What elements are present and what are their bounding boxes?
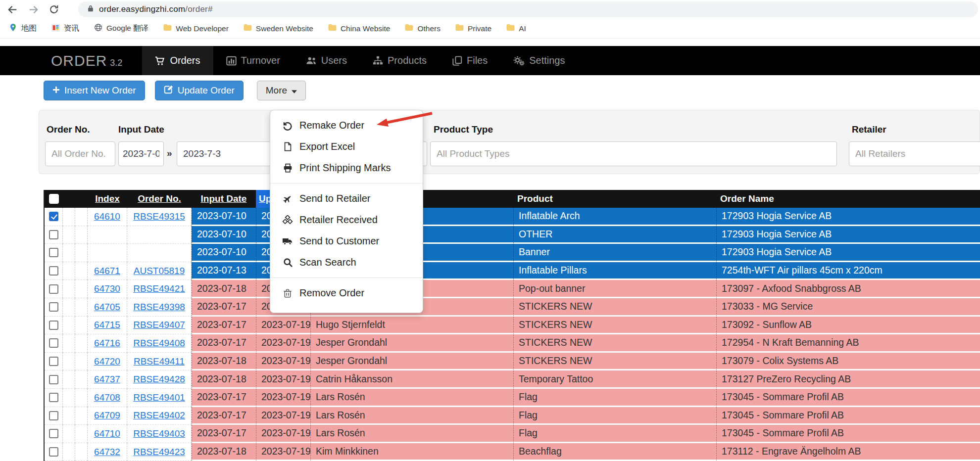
row-index-link[interactable]: 64732 [94,447,120,458]
menu-item-remove-order[interactable]: Remove Order [270,282,423,304]
row-index-link[interactable]: 64730 [94,283,120,294]
retailer-input[interactable] [849,141,980,166]
row-checkbox[interactable] [49,230,58,239]
bookmark-[interactable]: 地图 [9,23,37,34]
row-checkbox[interactable] [49,338,58,348]
row-checkbox[interactable] [49,248,58,257]
more-button[interactable]: More [257,81,306,100]
row-checkbox[interactable] [49,447,58,457]
bookmark-sweden-website[interactable]: Sweden Website [244,24,313,33]
header-order-no[interactable]: Order No. [127,190,192,208]
menu-item-send-to-retailer[interactable]: Send to Retailer [270,188,423,209]
nav-tab-files[interactable]: Files [440,46,500,75]
row-cell-empty [75,226,88,244]
row-product: Banner [513,244,716,262]
bookmark-google[interactable]: Google 翻译 [94,23,148,34]
row-user: Lars Rosén [310,407,513,425]
row-index-link[interactable]: 64737 [94,374,120,385]
input-date-to[interactable] [177,141,281,166]
row-cell-empty [63,425,75,443]
row-checkbox[interactable] [49,429,58,438]
menu-item-scan-search[interactable]: Scan Search [270,252,423,273]
row-order-no-link[interactable]: RBSE49407 [133,320,185,330]
bookmark-ai[interactable]: AI [506,24,526,33]
bookmark-[interactable]: 资讯 [51,23,79,34]
header-index[interactable]: Index [88,190,127,208]
bookmark-china-website[interactable]: China Website [328,24,391,33]
row-order-no-link[interactable]: RBSE49411 [134,356,185,367]
menu-item-label: Remove Order [299,287,364,299]
insert-new-order-button[interactable]: Insert New Order [44,81,145,100]
row-input-date: 2023-07-17 [192,317,256,335]
row-checkbox[interactable] [49,375,58,384]
row-index-link[interactable]: 64710 [94,428,120,439]
row-order-no-link[interactable]: RBSE49423 [133,447,185,458]
order-no-input[interactable] [45,141,115,166]
bookmark-others[interactable]: Others [405,24,441,33]
table-row: 2023-07-1020Banner172903 Hogia Service A… [45,244,980,262]
row-index-link[interactable]: 64708 [94,392,120,403]
row-cell-empty [63,334,75,353]
row-order-no-link[interactable]: RBSE49403 [133,428,185,439]
row-order-no-link[interactable]: RBSE49401 [133,392,185,403]
browser-window: order.easydingzhi.com/order# 地图资讯Google … [0,0,980,461]
nav-tab-settings[interactable]: Settings [500,46,578,75]
select-all-checkbox[interactable] [45,190,63,208]
input-date-label: Input Date [118,124,164,135]
row-input-date: 2023-07-13 [192,262,256,280]
row-order-no-link[interactable]: AUST05819 [134,266,185,277]
bookmark-private[interactable]: Private [455,24,491,33]
nav-tab-users[interactable]: Users [293,46,360,75]
row-order-no-link[interactable]: RBSE49408 [133,338,185,349]
row-checkbox[interactable] [49,411,58,420]
nav-tab-orders[interactable]: Orders [142,46,213,75]
row-input-date: 2023-07-17 [192,407,256,425]
row-index-link[interactable]: 64715 [94,320,120,330]
row-cell-empty [63,353,75,371]
update-order-button[interactable]: Update Order [155,81,244,100]
row-order-no-link[interactable]: RBSE49428 [133,374,185,385]
row-index-link[interactable]: 64610 [94,211,120,222]
row-index-link[interactable]: 64671 [94,266,120,277]
nav-tab-label: Turnover [241,55,280,66]
row-order-no-link[interactable]: RBSE49398 [133,302,185,313]
bookmarks-bar: 地图资讯Google 翻译Web DeveloperSweden Website… [0,19,980,39]
row-checkbox[interactable] [49,357,58,366]
row-order-name: 173045 - Sommare Profil AB [716,425,980,443]
row-index-link[interactable]: 64716 [94,338,120,349]
header-input-date[interactable]: Input Date [192,190,256,208]
row-index-link[interactable]: 64720 [94,356,120,367]
nav-tab-turnover[interactable]: Turnover [213,46,293,75]
nav-tab-products[interactable]: Products [360,46,440,75]
row-checkbox[interactable] [49,393,58,402]
row-checkbox[interactable] [49,266,58,276]
back-icon[interactable] [4,1,21,18]
menu-item-remake-order[interactable]: Remake Order [270,115,423,136]
row-checkbox[interactable] [49,212,58,221]
menu-item-retailer-received[interactable]: Retailer Received [270,209,423,230]
address-bar[interactable]: order.easydingzhi.com/order# [78,1,978,17]
row-index-link[interactable]: 64709 [94,410,120,421]
menu-item-print-shipping-marks[interactable]: Print Shipping Marks [270,157,423,179]
menu-item-export-excel[interactable]: Export Excel [270,136,423,157]
row-order-no-link[interactable]: RBSE49421 [133,283,185,294]
reload-icon[interactable] [46,1,62,18]
search-icon [282,258,294,267]
product-type-input[interactable] [430,141,837,166]
menu-item-send-to-customer[interactable]: Send to Customer [270,230,423,252]
row-input-date: 2023-07-10 [192,244,256,262]
row-product: Temporary Tattoo [513,370,716,389]
row-checkbox[interactable] [49,321,58,330]
row-order-no-link[interactable]: RBSE49402 [133,410,185,421]
forward-icon[interactable] [25,1,42,18]
input-date-from[interactable] [118,141,164,166]
row-index-link[interactable]: 64705 [94,302,120,313]
nav-tab-label: Files [467,55,488,66]
row-order-no-cell: RBSE49398 [127,298,192,317]
row-index-cell [88,226,127,244]
row-checkbox[interactable] [49,284,58,294]
row-product: STICKERS NEW [513,298,716,317]
row-order-no-link[interactable]: RBSE49315 [133,211,185,222]
bookmark-web-developer[interactable]: Web Developer [163,24,229,33]
row-checkbox[interactable] [49,302,58,312]
